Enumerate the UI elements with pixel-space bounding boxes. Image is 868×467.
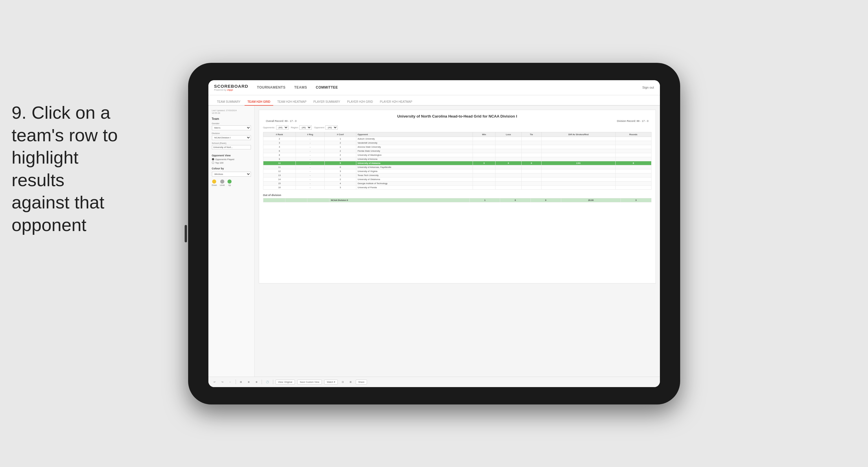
table-cell	[522, 173, 541, 177]
out-of-division-row[interactable]: NCAA Division II 1 0 0 26.00 3	[263, 198, 651, 202]
sign-out[interactable]: Sign out	[642, 86, 654, 89]
table-cell	[522, 157, 541, 161]
radio-opponents-played-dot	[212, 158, 214, 160]
toolbar-icon4[interactable]: ⊡	[340, 380, 346, 384]
table-cell: 1	[324, 173, 356, 177]
toolbar-clock[interactable]: 🕐	[264, 380, 271, 384]
undo-button[interactable]: ↩	[212, 380, 217, 384]
table-cell	[541, 181, 616, 185]
filter-opponent-select[interactable]: (All)	[325, 125, 338, 130]
out-of-division-table: NCAA Division II 1 0 0 26.00 3	[263, 198, 652, 202]
table-row[interactable]: 12-3University of Virginia	[263, 169, 651, 173]
sub-nav-player-h2h-grid[interactable]: PLAYER H2H GRID	[344, 98, 376, 106]
watch-button[interactable]: Watch ▾	[324, 380, 338, 384]
table-cell	[473, 169, 495, 173]
table-cell: -	[296, 149, 325, 153]
col-win: Win	[473, 132, 495, 137]
table-cell: 9	[263, 157, 296, 161]
table-cell	[473, 153, 495, 157]
table-cell	[522, 145, 541, 149]
table-cell	[522, 169, 541, 173]
table-cell	[616, 145, 651, 149]
table-row[interactable]: 6-2Florida State University	[263, 149, 651, 153]
table-row[interactable]: 9-3University of Arizona	[263, 157, 651, 161]
table-cell	[495, 169, 521, 173]
nav-committee[interactable]: COMMITTEE	[316, 84, 338, 91]
table-cell	[616, 137, 651, 141]
nav-teams[interactable]: TEAMS	[294, 84, 307, 91]
radio-top100[interactable]: Top 100	[212, 162, 251, 164]
table-row[interactable]: 14-2University of Oklahoma	[263, 177, 651, 181]
table-cell	[616, 169, 651, 173]
view-original-button[interactable]: View: Original	[276, 380, 295, 384]
table-cell: 2	[324, 177, 356, 181]
table-row[interactable]: 13-1Texas Tech University	[263, 173, 651, 177]
toolbar-icon1[interactable]: ⊞	[238, 380, 244, 384]
sub-nav-team-summary[interactable]: TEAM SUMMARY	[214, 98, 244, 106]
legend-down-circle	[212, 179, 216, 183]
colour-by-title: Colour by	[212, 167, 251, 170]
toolbar-icon5[interactable]: ⊞	[348, 380, 353, 384]
table-cell	[473, 137, 495, 141]
filter-opponent-label: Opponent	[314, 126, 324, 129]
opponent-name-cell: Florida State University	[356, 149, 473, 153]
out-of-division-section: Out of division NCAA Division II 1 0	[263, 194, 652, 202]
table-cell: 15	[263, 181, 296, 185]
table-cell	[616, 173, 651, 177]
ood-tie: 0	[530, 198, 561, 202]
save-custom-label: Save Custom View	[300, 381, 319, 383]
division-select[interactable]: NCAA Division I	[212, 135, 251, 140]
table-cell: 2	[324, 153, 356, 157]
school-input[interactable]	[212, 145, 251, 149]
right-panel: University of North Carolina Head-to-Hea…	[255, 106, 660, 377]
opponent-name-cell: University of Alabama	[356, 161, 473, 165]
table-cell	[616, 177, 651, 181]
table-row[interactable]: 11-6University of Arkansas, Fayetteville	[263, 165, 651, 169]
out-of-division-title: Out of division	[263, 194, 652, 197]
table-row[interactable]: 15-4Georgia Institute of Technology	[263, 181, 651, 185]
table-cell	[522, 165, 541, 169]
toolbar-icon3[interactable]: ⊗	[254, 380, 259, 384]
gender-label: Gender	[212, 122, 251, 125]
table-cell	[522, 153, 541, 157]
table-cell: 14	[263, 177, 296, 181]
opponent-name-cell: Vanderbilt University	[356, 141, 473, 145]
radio-top100-label: Top 100	[215, 162, 223, 164]
table-row[interactable]: 2-1Auburn University	[263, 137, 651, 141]
opponent-name-cell: University of Arizona	[356, 157, 473, 161]
sub-nav-player-summary[interactable]: PLAYER SUMMARY	[311, 98, 343, 106]
radio-opponents-played[interactable]: Opponents Played	[212, 158, 251, 161]
table-cell	[541, 141, 616, 145]
share-button[interactable]: Share	[356, 380, 367, 384]
filter-opponents-select[interactable]: (All)	[276, 125, 288, 130]
save-custom-button[interactable]: Save Custom View	[297, 380, 322, 384]
redo-button[interactable]: ↪	[220, 380, 225, 384]
table-cell: -	[296, 181, 325, 185]
radio-top100-dot	[212, 162, 214, 164]
opponent-name-cell: University of Washington	[356, 153, 473, 157]
tablet-side-button	[185, 225, 187, 242]
filter-opponent: Opponent (All)	[314, 125, 338, 130]
sub-nav-team-h2h-heatmap[interactable]: TEAM H2H HEATMAP	[274, 98, 309, 106]
legend-level-label: Level	[220, 184, 225, 186]
opponent-name-cell: University of Arkansas, Fayetteville	[356, 165, 473, 169]
table-row[interactable]: 3-2Vanderbilt University	[263, 141, 651, 145]
sub-nav-player-h2h-heatmap[interactable]: PLAYER H2H HEATMAP	[377, 98, 415, 106]
table-cell: -	[296, 161, 325, 165]
toolbar-icon2[interactable]: ⊕	[246, 380, 251, 384]
table-cell: 1	[324, 137, 356, 141]
table-row[interactable]: 16-3University of Florida	[263, 185, 651, 189]
sub-nav-team-h2h-grid[interactable]: TEAM H2H GRID	[245, 98, 273, 106]
back-button[interactable]: ←	[227, 380, 233, 384]
nav-tournaments[interactable]: TOURNAMENTS	[257, 84, 286, 91]
table-row[interactable]: 8-2University of Washington	[263, 153, 651, 157]
table-row[interactable]: 4-1Arizona State University	[263, 145, 651, 149]
table-cell	[522, 149, 541, 153]
table-cell: -	[296, 165, 325, 169]
gender-select[interactable]: Men's	[212, 125, 251, 130]
table-row[interactable]: 11-5University of Alabama3002.618	[263, 161, 651, 165]
table-cell	[473, 149, 495, 153]
table-cell	[495, 141, 521, 145]
filter-region-select[interactable]: (All)	[299, 125, 312, 130]
colour-by-select[interactable]: Win/loss	[212, 172, 251, 177]
